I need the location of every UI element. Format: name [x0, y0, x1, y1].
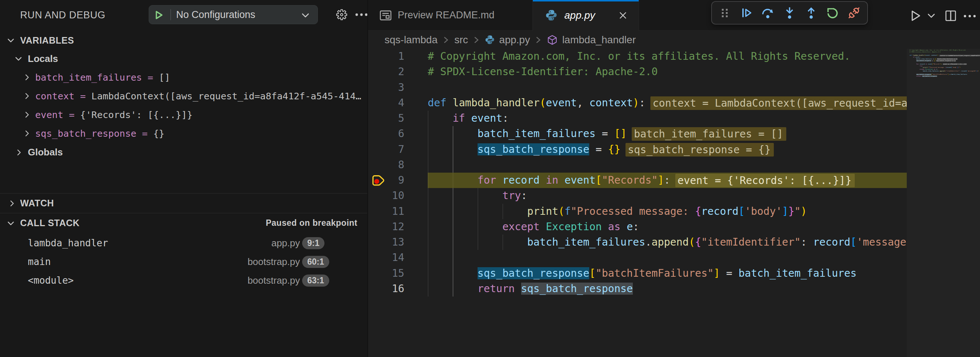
frame-position-badge: 60:1 — [302, 256, 329, 268]
code-token: for — [477, 174, 496, 186]
line-number[interactable]: 7 — [368, 142, 404, 157]
breadcrumb-folder[interactable]: sqs-lambda — [385, 34, 438, 46]
breadcrumb-file[interactable]: app.py — [485, 34, 530, 46]
tab-app-py[interactable]: app.py — [533, 0, 639, 31]
line-number[interactable]: 11 — [368, 204, 404, 219]
line-number[interactable]: 6 — [368, 126, 404, 142]
line-number[interactable]: 5 — [368, 111, 404, 126]
code-line[interactable]: 3 — [368, 80, 907, 95]
code-token: batch_item_failures — [739, 267, 857, 279]
line-number[interactable]: 12 — [368, 219, 404, 234]
debug-configuration-dropdown[interactable]: No Configurations — [149, 5, 318, 24]
tab-preview-readme[interactable]: Preview README.md — [368, 0, 533, 30]
line-number[interactable]: 2 — [368, 64, 404, 80]
code-line[interactable]: 6 batch_item_failures = []batch_item_fai… — [368, 126, 907, 142]
code-line[interactable]: 10 try: — [368, 188, 907, 203]
close-icon[interactable] — [618, 11, 628, 20]
code-line[interactable]: 11 print(f"Processed message: {record['b… — [368, 204, 907, 219]
chevron-right-icon — [23, 92, 31, 100]
line-number[interactable]: 13 — [368, 234, 404, 250]
variable-row[interactable]: event = {'Records': [{...}]} — [0, 105, 368, 124]
chevron-right-icon — [23, 73, 31, 81]
code-token — [428, 174, 477, 186]
variable-row[interactable]: context = LambdaContext([aws_request_id=… — [0, 87, 368, 105]
code-line[interactable]: 13 batch_item_failures.append({"itemIden… — [368, 234, 907, 250]
python-icon — [545, 9, 557, 21]
gear-icon[interactable] — [336, 8, 348, 21]
run-python-file-icon[interactable] — [909, 9, 922, 22]
variable-row[interactable]: sqs_batch_response = {} — [0, 124, 368, 143]
debug-disconnect-icon[interactable] — [846, 5, 862, 21]
code-token — [602, 143, 608, 155]
minimap[interactable]: 1# Copyright Amazon.com, Inc. or its aff… — [907, 49, 980, 357]
code-token: : — [633, 221, 639, 233]
breadcrumb-symbol[interactable]: lambda_handler — [547, 34, 636, 46]
line-number[interactable]: 14 — [368, 250, 404, 265]
code-line[interactable]: 7 sqs_batch_response = {}sqs_batch_respo… — [368, 142, 907, 157]
run-dropdown-chevron-icon[interactable] — [927, 13, 935, 19]
variable-name: batch_item_failures — [35, 72, 142, 83]
code-line[interactable]: 8 — [368, 157, 907, 173]
code-line[interactable]: 1# Copyright Amazon.com, Inc. or its aff… — [368, 49, 907, 64]
stack-frame-row[interactable]: lambda_handlerapp.py9:1 — [0, 234, 368, 253]
variable-row[interactable]: batch_item_failures = [] — [0, 68, 368, 87]
breadcrumb-separator-icon — [443, 36, 449, 44]
debug-step-out-icon[interactable] — [803, 5, 819, 21]
code-token — [732, 267, 739, 279]
frame-name: lambda_handler — [28, 234, 108, 253]
code-line[interactable]: 5 if event: — [368, 111, 907, 126]
code-token: return — [477, 283, 515, 295]
chevron-down-icon — [6, 36, 15, 45]
code-line[interactable]: 14 — [368, 250, 907, 265]
minimap-content: 1# Copyright Amazon.com, Inc. or its aff… — [907, 49, 975, 77]
code-line[interactable]: 16 return sqs_batch_response — [368, 281, 907, 296]
variable-name: event — [35, 109, 64, 120]
code-editor[interactable]: 1# Copyright Amazon.com, Inc. or its aff… — [368, 49, 907, 357]
line-number[interactable]: 3 — [368, 80, 404, 95]
start-debugging-play-icon[interactable] — [153, 10, 164, 21]
line-number[interactable]: 15 — [368, 266, 404, 281]
section-header-watch[interactable]: WATCH — [0, 193, 368, 213]
code-line[interactable]: 4def lambda_handler(event, context):cont… — [368, 95, 907, 111]
code-line[interactable]: 9 for record in event["Records"]:event =… — [368, 173, 907, 188]
configuration-label[interactable]: No Configurations — [176, 5, 255, 24]
scope-globals[interactable]: Globals — [0, 143, 368, 162]
frame-name: <module> — [28, 271, 73, 290]
code-token: [ — [850, 236, 857, 248]
code-line[interactable]: 2# SPDX-License-Identifier: Apache-2.0 — [368, 64, 907, 80]
indent-guide — [453, 157, 453, 173]
line-number[interactable]: 1 — [368, 49, 404, 64]
code-line[interactable]: 12 except Exception as e: — [368, 219, 907, 234]
drag-gripper-icon[interactable] — [717, 5, 733, 21]
split-editor-icon[interactable] — [944, 9, 957, 22]
debug-step-into-icon[interactable] — [781, 5, 798, 21]
debug-continue-icon[interactable] — [739, 5, 755, 21]
code-token: , — [577, 97, 583, 109]
breakpoint-current-frame-icon[interactable] — [371, 174, 386, 189]
scope-locals[interactable]: Locals — [0, 49, 368, 68]
equals-sign: = — [69, 109, 74, 120]
variable-value: {'Records': [{...}]} — [80, 109, 192, 120]
line-number[interactable]: 8 — [368, 157, 404, 173]
stack-frame-row[interactable]: mainbootstrap.py60:1 — [0, 253, 368, 271]
breadcrumb-folder[interactable]: src — [455, 34, 468, 46]
code-token — [515, 283, 521, 295]
views-more-actions-ellipsis-icon[interactable] — [355, 11, 369, 18]
chevron-down-icon[interactable] — [301, 11, 310, 20]
code-token: = — [726, 267, 732, 279]
breadcrumbs: sqs-lambda src app.py — [368, 31, 980, 49]
debug-restart-icon[interactable] — [824, 5, 840, 21]
more-actions-ellipsis-icon[interactable] — [963, 14, 977, 18]
section-header-call-stack[interactable]: CALL STACK Paused on breakpoint — [0, 213, 368, 233]
debug-step-over-icon[interactable] — [760, 5, 776, 21]
run-and-debug-panel: RUN AND DEBUG No Configurations VARIABLE… — [0, 0, 368, 357]
debug-inline-value: sqs_batch_response = {} — [625, 143, 774, 156]
line-number[interactable]: 4 — [368, 95, 404, 111]
indent-guide — [428, 157, 428, 173]
code-line[interactable]: 15 sqs_batch_response["batchItemFailures… — [368, 266, 907, 281]
stack-frame-row[interactable]: <module>bootstrap.py63:1 — [0, 271, 368, 290]
line-number[interactable]: 10 — [368, 188, 404, 203]
section-header-variables[interactable]: VARIABLES — [0, 31, 368, 49]
tab-label: app.py — [564, 0, 595, 30]
line-number[interactable]: 16 — [368, 281, 404, 296]
